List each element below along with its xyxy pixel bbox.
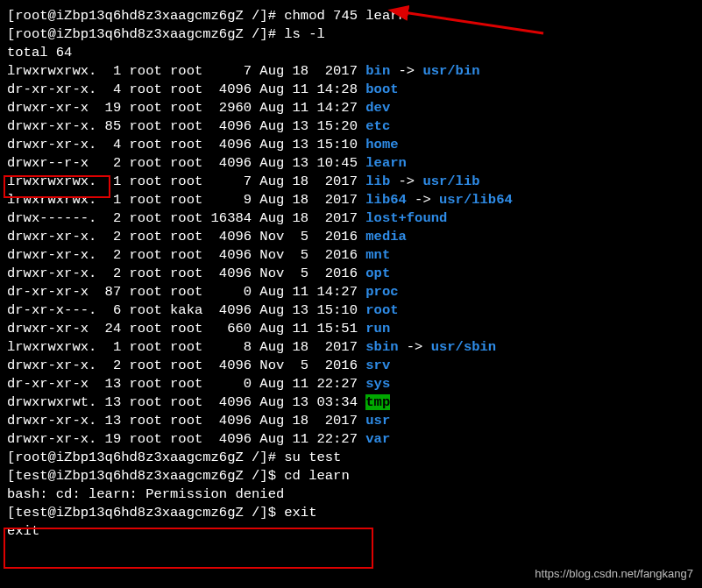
terminal-output: [root@iZbp13q6hd8z3xaagcmz6gZ /]# chmod … [7,7,695,541]
list-row: dr-xr-xr-x 87 root root 0 Aug 11 14:27 [7,284,365,300]
list-row: lrwxrwxrwx. 1 root root 9 Aug 18 2017 [7,192,365,208]
exit-output: exit [7,523,39,539]
terminal-line: lrwxrwxrwx. 1 root root 7 Aug 18 2017 bi… [7,62,695,81]
list-row: lrwxrwxrwx. 1 root root 7 Aug 18 2017 [7,174,365,189]
entry-name: tmp [365,394,390,410]
prompt-test: [test@iZbp13q6hd8z3xaagcmz6gZ /]$ [7,505,284,521]
terminal-line: drwxr-xr-x. 4 root root 4096 Aug 13 15:1… [7,136,695,154]
terminal-line: drwxr-xr-x 24 root root 660 Aug 11 15:51… [7,320,695,338]
prompt-root: [root@iZbp13q6hd8z3xaagcmz6gZ /]# [7,8,284,24]
terminal-line: total 64 [7,44,695,62]
entry-name: lib [365,174,390,189]
entry-name: mnt [365,247,390,263]
list-row: drwxr-xr-x 24 root root 660 Aug 11 15:51 [7,321,365,337]
terminal-line: dr-xr-xr-x 87 root root 0 Aug 11 14:27 p… [7,283,695,301]
entry-name: srv [365,358,390,373]
link-target: usr/sbin [431,339,496,355]
terminal-line: drwxr-xr-x. 13 root root 4096 Aug 18 201… [7,412,695,430]
terminal-line: drwxr-xr-x. 2 root root 4096 Nov 5 2016 … [7,246,695,265]
list-row: dr-xr-xr-x. 4 root root 4096 Aug 11 14:2… [7,81,365,97]
terminal-line: dr-xr-x---. 6 root kaka 4096 Aug 13 15:1… [7,301,695,320]
prompt-root: [root@iZbp13q6hd8z3xaagcmz6gZ /]# [7,26,284,42]
terminal-line: drwxr-xr-x 19 root root 2960 Aug 11 14:2… [7,99,695,117]
prompt-root: [root@iZbp13q6hd8z3xaagcmz6gZ /]# [7,450,284,465]
link-arrow: -> [390,63,422,79]
list-row: drwxr-xr-x. 2 root root 4096 Nov 5 2016 [7,266,365,281]
link-target: usr/lib [422,174,479,189]
list-row: drwxr-xr-x. 85 root root 4096 Aug 13 15:… [7,118,365,134]
entry-name: usr [365,413,390,429]
terminal-line: [root@iZbp13q6hd8z3xaagcmz6gZ /]# chmod … [7,7,695,25]
list-row: drwxr-xr-x 19 root root 2960 Aug 11 14:2… [7,100,365,116]
list-row: drwxr-xr-x. 4 root root 4096 Aug 13 15:1… [7,137,365,152]
list-row: drwxr-xr-x. 19 root root 4096 Aug 11 22:… [7,431,365,447]
terminal-line: [root@iZbp13q6hd8z3xaagcmz6gZ /]# su tes… [7,449,695,467]
terminal-line: drwxr-xr-x. 2 root root 4096 Nov 5 2016 … [7,265,695,283]
list-row: drwxrwxrwt. 13 root root 4096 Aug 13 03:… [7,394,365,410]
list-row: lrwxrwxrwx. 1 root root 7 Aug 18 2017 [7,63,365,79]
terminal-line: drwxr--r-x 2 root root 4096 Aug 13 10:45… [7,154,695,173]
error-line: bash: cd: learn: Permission denied [7,486,284,502]
terminal-line: lrwxrwxrwx. 1 root root 7 Aug 18 2017 li… [7,173,695,191]
list-row: lrwxrwxrwx. 1 root root 8 Aug 18 2017 [7,339,365,355]
terminal-line: lrwxrwxrwx. 1 root root 8 Aug 18 2017 sb… [7,338,695,357]
entry-name: dev [365,100,390,116]
list-row: drwxr-xr-x. 2 root root 4096 Nov 5 2016 [7,229,365,244]
terminal-line: [test@iZbp13q6hd8z3xaagcmz6gZ /]$ exit [7,504,695,522]
link-target: usr/bin [422,63,479,79]
terminal-line: dr-xr-xr-x 13 root root 0 Aug 11 22:27 s… [7,375,695,393]
terminal-line: [test@iZbp13q6hd8z3xaagcmz6gZ /]$ cd lea… [7,467,695,485]
terminal-line: drwxrwxrwt. 13 root root 4096 Aug 13 03:… [7,393,695,412]
list-row: drwxr-xr-x. 13 root root 4096 Aug 18 201… [7,413,365,429]
entry-name: opt [365,266,390,281]
entry-name: var [365,431,390,447]
list-row: drwx------. 2 root root 16384 Aug 18 201… [7,210,365,226]
entry-name: proc [365,284,398,300]
terminal-line: drwxr-xr-x. 85 root root 4096 Aug 13 15:… [7,117,695,136]
entry-name: etc [365,118,390,134]
terminal-line: drwxr-xr-x. 2 root root 4096 Nov 5 2016 … [7,357,695,375]
entry-name: root [365,302,398,318]
list-row: drwxr-xr-x. 2 root root 4096 Nov 5 2016 [7,247,365,263]
link-arrow: -> [390,174,422,189]
link-arrow: -> [407,192,439,208]
terminal-line: lrwxrwxrwx. 1 root root 9 Aug 18 2017 li… [7,191,695,209]
command-su[interactable]: su test [284,450,341,465]
terminal-line: drwxr-xr-x. 2 root root 4096 Nov 5 2016 … [7,228,695,246]
entry-name: learn [365,155,407,171]
terminal-line: dr-xr-xr-x. 4 root root 4096 Aug 11 14:2… [7,81,695,99]
list-row: drwxr--r-x 2 root root 4096 Aug 13 10:45 [7,155,365,171]
list-row: dr-xr-xr-x 13 root root 0 Aug 11 22:27 [7,376,365,392]
terminal-line: drwxr-xr-x. 19 root root 4096 Aug 11 22:… [7,430,695,449]
total-line: total 64 [7,45,72,60]
entry-name: lost+found [365,210,447,226]
list-row: dr-xr-x---. 6 root kaka 4096 Aug 13 15:1… [7,302,365,318]
link-target: usr/lib64 [439,192,513,208]
prompt-test: [test@iZbp13q6hd8z3xaagcmz6gZ /]$ [7,468,284,484]
entry-name: boot [365,81,398,97]
command-cd[interactable]: cd learn [284,468,349,484]
terminal-line: drwx------. 2 root root 16384 Aug 18 201… [7,209,695,228]
entry-name: sbin [365,339,398,355]
link-arrow: -> [399,339,431,355]
terminal-line: bash: cd: learn: Permission denied [7,485,695,504]
command-ls[interactable]: ls -l [284,26,325,42]
entry-name: home [365,137,398,152]
list-row: drwxr-xr-x. 2 root root 4096 Nov 5 2016 [7,358,365,373]
command-chmod[interactable]: chmod 745 learn [284,8,407,24]
entry-name: run [365,321,390,337]
command-exit[interactable]: exit [284,505,316,521]
terminal-line: [root@iZbp13q6hd8z3xaagcmz6gZ /]# ls -l [7,25,695,44]
terminal-line: exit [7,522,695,541]
entry-name: lib64 [365,192,407,208]
entry-name: bin [365,63,390,79]
watermark: https://blog.csdn.net/fangkang7 [535,564,693,583]
entry-name: media [365,229,407,244]
entry-name: sys [365,376,390,392]
